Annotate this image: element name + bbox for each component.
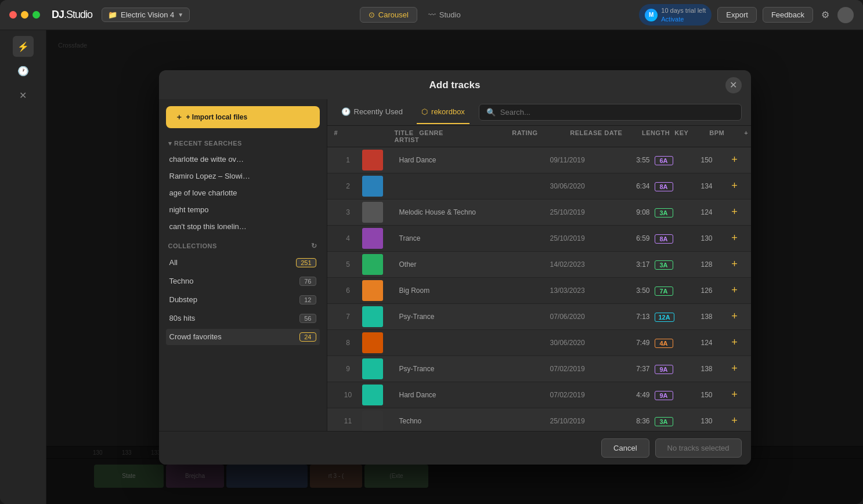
- track-thumb-img: [362, 411, 383, 431]
- track-add-button[interactable]: +: [724, 389, 745, 401]
- track-number: 1: [334, 156, 362, 164]
- studio-nav-btn[interactable]: 〰 Studio: [420, 7, 470, 23]
- track-number: 4: [334, 234, 362, 242]
- track-add-button[interactable]: +: [724, 180, 745, 192]
- table-row[interactable]: 4 The Wave 2.0 (Extended Mix) Cosmic Gat…: [327, 226, 751, 252]
- col-header-release: RELEASE DATE: [570, 129, 640, 143]
- collection-badge: 24: [299, 332, 316, 342]
- track-add-button[interactable]: +: [724, 415, 745, 427]
- table-row[interactable]: 6 Apollo (Extended Mix) Alle Farben, Mau…: [327, 278, 751, 304]
- left-panel-icon-history[interactable]: 🕐: [13, 60, 34, 81]
- track-thumb-img: [362, 332, 383, 353]
- recent-search-item[interactable]: can't stop this lonelin…: [166, 219, 320, 234]
- rekordbox-tab[interactable]: ⬡ rekordbox: [417, 100, 470, 124]
- collection-badge: 12: [299, 295, 316, 304]
- track-bpm: 138: [689, 365, 724, 373]
- track-add-button[interactable]: +: [724, 258, 745, 270]
- col-header-rating: RATING: [512, 129, 570, 143]
- table-row[interactable]: 1 World Renowned (Extended Mix) DJ Isaac…: [327, 147, 751, 173]
- project-selector[interactable]: 📁 Electric Vision 4 ▼: [102, 8, 190, 22]
- track-genre: Psy-Trance: [399, 313, 492, 321]
- track-add-button[interactable]: +: [724, 232, 745, 244]
- cancel-button[interactable]: Cancel: [601, 438, 649, 458]
- track-info: World Renowned (Extended Mix) DJ Isaac, …: [390, 152, 399, 168]
- import-local-files-button[interactable]: ＋ + Import local files: [166, 106, 320, 128]
- settings-button[interactable]: ⚙: [819, 7, 832, 23]
- track-bpm: 150: [689, 391, 724, 399]
- carousel-nav-btn[interactable]: ⊙ Carousel: [360, 7, 417, 23]
- track-bpm: 138: [689, 313, 724, 321]
- track-bpm: 150: [689, 156, 724, 164]
- left-panel-icon-x[interactable]: ✕: [13, 85, 34, 106]
- collection-item-all[interactable]: All 251: [166, 255, 320, 271]
- carousel-icon: ⊙: [369, 10, 375, 19]
- search-input[interactable]: [500, 108, 734, 117]
- table-row[interactable]: 11 State of Mind (Bolster Remix) Mha Iri…: [327, 408, 751, 431]
- track-thumb-img: [362, 358, 383, 379]
- track-bpm: 134: [689, 182, 724, 190]
- track-thumb-img: [362, 280, 383, 301]
- plus-icon: ＋: [175, 112, 183, 122]
- refresh-icon[interactable]: ↻: [311, 242, 317, 250]
- avatar[interactable]: [837, 7, 854, 23]
- track-key: 9A: [655, 390, 689, 400]
- key-badge: 4A: [655, 339, 673, 348]
- modal-tabs-search: 🕐 Recently Used ⬡ rekordbox 🔍: [327, 99, 751, 126]
- recent-search-item[interactable]: age of love charlotte: [166, 186, 320, 200]
- track-info: Hale Bopp (Boris Brejcha Remix) Der Drit…: [390, 204, 399, 220]
- table-row[interactable]: 3 Hale Bopp (Boris Brejcha Remix) Der Dr…: [327, 200, 751, 226]
- recent-search-item[interactable]: night tempo: [166, 202, 320, 217]
- track-bpm: 126: [689, 287, 724, 295]
- app-window: DJ.Studio 📁 Electric Vision 4 ▼ ⊙ Carous…: [0, 0, 863, 504]
- track-add-button[interactable]: +: [724, 154, 745, 166]
- modal-header: Add tracks ✕: [159, 70, 751, 99]
- track-info: State of Mind (Bolster Remix) Mha Iri: [390, 413, 399, 429]
- minimize-traffic-light[interactable]: [21, 11, 28, 19]
- track-info: The Wave 2.0 (Extended Mix) Cosmic Gate: [390, 230, 399, 246]
- feedback-button[interactable]: Feedback: [763, 7, 813, 23]
- table-row[interactable]: 9 9A – Great Spirit feat. Hilight Tribe …: [327, 356, 751, 382]
- key-badge: 3A: [655, 208, 673, 217]
- close-traffic-light[interactable]: [9, 11, 17, 19]
- recent-search-item[interactable]: charlotte de witte ov…: [166, 152, 320, 166]
- track-add-button[interactable]: +: [724, 284, 745, 296]
- track-add-button[interactable]: +: [724, 310, 745, 322]
- track-thumbnail: [362, 228, 383, 249]
- track-release-date: 07/02/2019: [550, 391, 620, 399]
- search-box[interactable]: 🔍: [479, 104, 742, 121]
- track-add-button[interactable]: +: [724, 206, 745, 218]
- track-length: 3:17: [620, 260, 655, 269]
- table-row[interactable]: 7 12A – United feat. Zafrir (Extended Mi…: [327, 304, 751, 330]
- left-panel-icon-lightning[interactable]: ⚡: [13, 36, 34, 57]
- table-row[interactable]: 5 Yazoo – Dont Go (ENJOY DJS Remix) Othe…: [327, 252, 751, 278]
- collection-badge: 56: [299, 314, 316, 323]
- modal-close-button[interactable]: ✕: [725, 77, 742, 93]
- track-genre: Techno: [399, 417, 492, 425]
- table-row[interactable]: 8 4A – Original Mix (Melodic House & Tec…: [327, 330, 751, 356]
- key-badge: 8A: [655, 182, 673, 191]
- track-release-date: 14/02/2023: [550, 260, 620, 269]
- track-bpm: 128: [689, 260, 724, 269]
- collection-item-techno[interactable]: Techno 76: [166, 273, 320, 289]
- table-row[interactable]: 2 8A – Extended Mix (Trance) I Am The Go…: [327, 173, 751, 200]
- track-add-button[interactable]: +: [724, 362, 745, 375]
- track-thumbnail: [362, 332, 383, 353]
- key-badge: 8A: [655, 234, 673, 244]
- maximize-traffic-light[interactable]: [33, 11, 40, 19]
- track-length: 7:49: [620, 339, 655, 347]
- recent-search-item[interactable]: Ramiro Lopez – Slowi…: [166, 169, 320, 183]
- collection-item-dubstep[interactable]: Dubstep 12: [166, 292, 320, 308]
- col-header-bpm: BPM: [709, 129, 744, 143]
- recently-used-tab[interactable]: 🕐 Recently Used: [337, 100, 408, 124]
- track-add-button[interactable]: +: [724, 336, 745, 349]
- track-number: 3: [334, 208, 362, 216]
- track-release-date: 30/06/2020: [550, 182, 620, 190]
- track-table-header: # TITLE ARTIST GENRE RATING: [327, 126, 751, 147]
- collection-item-80shits[interactable]: 80s hits 56: [166, 310, 320, 327]
- track-thumbnail: [362, 358, 383, 379]
- export-button[interactable]: Export: [717, 7, 757, 23]
- collection-item-crowd-favorites[interactable]: Crowd favorites 24: [166, 329, 320, 345]
- table-row[interactable]: 10 9A – Great Spirit feat. Hilight Tribe…: [327, 382, 751, 408]
- track-release-date: 07/02/2019: [550, 365, 620, 373]
- track-release-date: 07/06/2020: [550, 313, 620, 321]
